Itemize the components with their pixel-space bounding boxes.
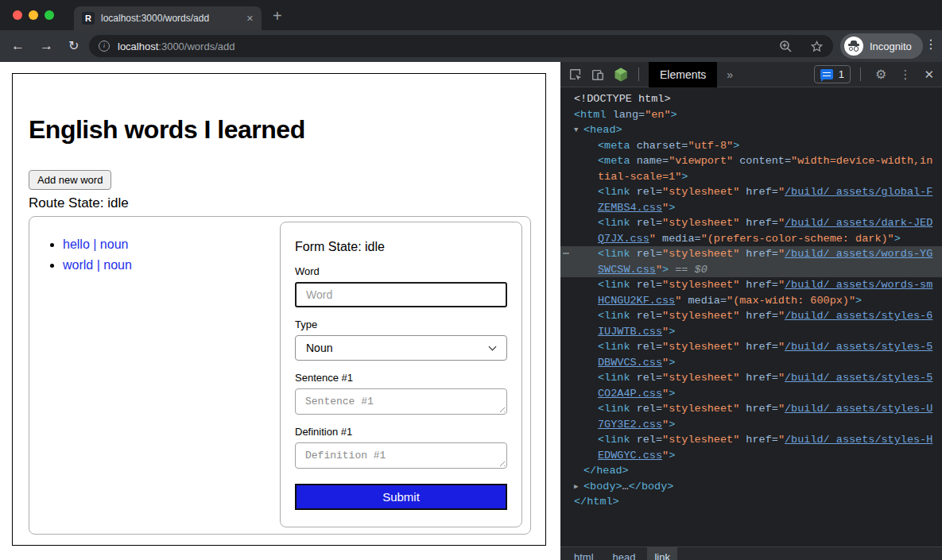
devtools-close-icon[interactable]: ✕ <box>924 68 934 82</box>
dom-tree-node[interactable]: DBWVCS.css"> <box>560 355 942 371</box>
dom-tree-node[interactable]: <!DOCTYPE html> <box>560 91 942 107</box>
dom-tree-node[interactable]: <link rel="stylesheet" href="/build/_ass… <box>560 215 942 231</box>
reload-button[interactable]: ↻ <box>68 37 79 55</box>
definition-textarea[interactable] <box>295 442 507 469</box>
dom-tree-node[interactable]: ZEMBS4.css"> <box>560 200 942 216</box>
incognito-icon <box>844 37 863 56</box>
dom-tree-node[interactable]: <meta charset="utf-8"> <box>560 138 942 154</box>
site-info-icon[interactable]: i <box>99 41 110 52</box>
toolbar-divider <box>860 68 861 81</box>
breadcrumb-item[interactable]: head <box>606 547 643 560</box>
more-tabs-icon[interactable]: » <box>727 68 733 81</box>
dom-tree-node[interactable]: ▼<head> <box>560 122 942 138</box>
tab-close-icon[interactable]: ✕ <box>246 14 254 24</box>
window-controls[interactable] <box>13 10 54 20</box>
settings-gear-icon[interactable]: ⚙ <box>875 67 886 82</box>
new-tab-button[interactable]: + <box>273 7 282 25</box>
dom-tree-node[interactable]: ▶<body>…</body> <box>560 479 942 495</box>
zoom-icon[interactable] <box>779 40 793 53</box>
dom-tree-node[interactable]: <link rel="stylesheet" href="/build/_ass… <box>560 432 942 448</box>
devtools-toolbar: Elements » 1 ⚙ ⋮ ✕ <box>560 62 942 87</box>
word-link[interactable]: world | noun <box>63 258 132 272</box>
dom-tree-node[interactable]: ⋯<link rel="stylesheet" href="/build/_as… <box>560 246 942 262</box>
type-label: Type <box>295 319 507 330</box>
sentence-label: Sentence #1 <box>295 372 507 384</box>
word-field-group: Word <box>295 265 507 307</box>
breadcrumb-item[interactable]: link <box>647 547 677 560</box>
remix-favicon-icon: R <box>82 12 95 25</box>
tab-title: localhost:3000/words/add <box>101 13 240 24</box>
minimize-window-button[interactable] <box>29 10 38 20</box>
chevron-down-icon <box>489 343 497 351</box>
dom-tree-node[interactable]: 7GY3E2.css"> <box>560 417 942 433</box>
dom-tree[interactable]: <!DOCTYPE html><html lang="en">▼<head><m… <box>560 88 942 546</box>
dom-tree-node[interactable]: tial-scale=1"> <box>560 169 942 185</box>
devtools-menu-icon[interactable]: ⋮ <box>899 68 911 82</box>
word-input[interactable] <box>295 282 507 307</box>
bookmark-star-icon[interactable] <box>810 40 824 53</box>
dom-tree-node[interactable]: </head> <box>560 463 942 479</box>
message-bubble-icon <box>820 69 833 79</box>
definition-field-group: Definition #1 <box>295 426 507 469</box>
dom-tree-node[interactable]: <meta name="viewport" content="width=dev… <box>560 153 942 169</box>
words-panel: hello | nounworld | noun Form State: idl… <box>29 216 531 535</box>
dom-tree-node[interactable]: </html> <box>560 494 942 510</box>
browser-tab[interactable]: R localhost:3000/words/add ✕ <box>74 6 262 30</box>
form-state-text: Form State: idle <box>295 240 507 254</box>
browser-toolbar: ← → ↻ i localhost:3000/words/add Incogni… <box>0 30 942 62</box>
tab-strip: R localhost:3000/words/add ✕ + <box>0 0 942 30</box>
app-container: English words I learned Add new word Rou… <box>12 73 546 546</box>
dom-tree-node[interactable]: CO2A4P.css"> <box>560 386 942 402</box>
dom-tree-node[interactable]: <link rel="stylesheet" href="/build/_ass… <box>560 339 942 355</box>
address-bar[interactable]: i localhost:3000/words/add <box>89 35 833 57</box>
message-count: 1 <box>839 68 844 80</box>
url-host: localhost <box>118 41 158 52</box>
dom-tree-node[interactable]: <link rel="stylesheet" href="/build/_ass… <box>560 277 942 293</box>
dom-tree-node[interactable]: <link rel="stylesheet" href="/build/_ass… <box>560 401 942 417</box>
sentence-field-group: Sentence #1 <box>295 372 507 415</box>
add-word-form: Form State: idle Word Type Noun Sentence… <box>280 222 522 527</box>
dom-tree-node[interactable]: Q7JX.css" media="(prefers-color-scheme: … <box>560 231 942 247</box>
dom-tree-node[interactable]: <html lang="en"> <box>560 107 942 123</box>
tab-elements[interactable]: Elements <box>649 62 717 87</box>
forward-button[interactable]: → <box>40 37 53 55</box>
incognito-badge: Incognito <box>840 33 923 59</box>
toolbar-divider <box>638 68 639 81</box>
type-select-value: Noun <box>306 342 332 354</box>
dom-tree-node[interactable]: IUJWTB.css"> <box>560 324 942 340</box>
page-viewport: English words I learned Add new word Rou… <box>0 62 560 560</box>
incognito-label: Incognito <box>870 41 912 52</box>
submit-button[interactable]: Submit <box>295 484 507 510</box>
dom-tree-node[interactable]: HCNGU2KF.css" media="(max-width: 600px)"… <box>560 293 942 309</box>
word-link[interactable]: hello | noun <box>63 238 128 251</box>
devtools-panel: Elements » 1 ⚙ ⋮ ✕ <!DOCTYPE html><html … <box>560 62 942 560</box>
add-new-word-button[interactable]: Add new word <box>29 170 111 190</box>
device-toolbar-icon[interactable] <box>591 68 605 82</box>
expand-arrow-icon[interactable]: ▼ <box>574 123 583 139</box>
console-messages-badge[interactable]: 1 <box>814 65 851 83</box>
collapse-arrow-icon[interactable]: ▶ <box>574 480 583 496</box>
element-breadcrumbs: htmlheadlink <box>560 546 942 560</box>
url-path: :3000/words/add <box>158 41 235 52</box>
type-select[interactable]: Noun <box>295 335 507 361</box>
maximize-window-button[interactable] <box>45 10 54 20</box>
type-field-group: Type Noun <box>295 319 507 361</box>
node-options-icon[interactable]: ⋯ <box>563 246 569 262</box>
breadcrumb-item[interactable]: html <box>567 547 601 560</box>
dom-tree-node[interactable]: <link rel="stylesheet" href="/build/_ass… <box>560 308 942 324</box>
close-window-button[interactable] <box>13 10 22 20</box>
dom-tree-node[interactable]: <link rel="stylesheet" href="/build/_ass… <box>560 370 942 386</box>
url-text[interactable]: localhost:3000/words/add <box>118 41 779 52</box>
word-label: Word <box>295 265 507 277</box>
definition-label: Definition #1 <box>295 426 507 438</box>
back-button[interactable]: ← <box>11 37 25 55</box>
node-extension-icon[interactable] <box>613 67 629 83</box>
route-state-text: Route State: idle <box>29 195 529 211</box>
dom-tree-node[interactable]: <link rel="stylesheet" href="/build/_ass… <box>560 184 942 200</box>
sentence-textarea[interactable] <box>295 388 507 415</box>
page-title: English words I learned <box>29 115 529 145</box>
browser-menu-icon[interactable]: ⋮ <box>925 37 937 52</box>
inspect-element-icon[interactable] <box>568 68 583 82</box>
dom-tree-node[interactable]: SWCSW.css"> == $0 <box>560 262 942 278</box>
dom-tree-node[interactable]: EDWGYC.css"> <box>560 448 942 464</box>
